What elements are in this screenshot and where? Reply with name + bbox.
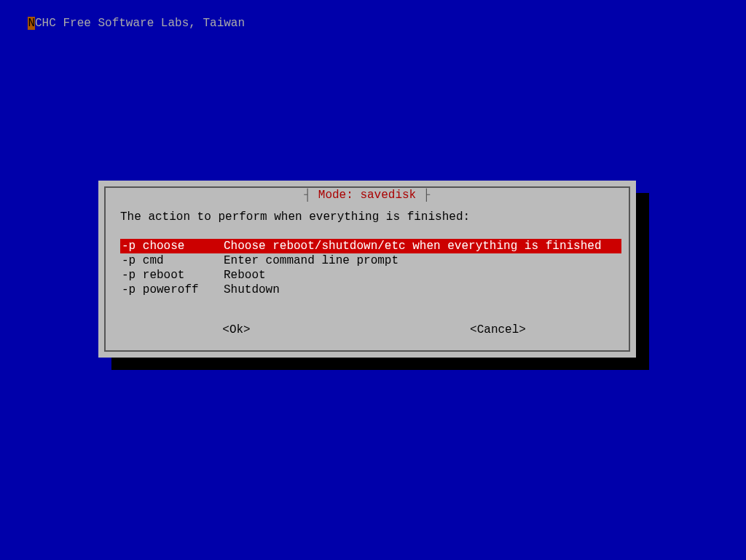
menu-item-desc: Shutdown xyxy=(224,283,621,297)
dialog-border: ┤ Mode: savedisk ├ The action to perform… xyxy=(104,186,630,352)
menu-item-desc: Enter command line prompt xyxy=(224,253,621,268)
title-frame-left: ┤ xyxy=(305,188,318,202)
dialog-title-wrap: ┤ Mode: savedisk ├ xyxy=(302,188,433,202)
header-rest: CHC Free Software Labs, Taiwan xyxy=(35,17,245,30)
action-menu: -p chooseChoose reboot/shutdown/etc when… xyxy=(120,239,621,297)
dialog-prompt: The action to perform when everything is… xyxy=(120,210,470,224)
terminal-screen: NCHC Free Software Labs, Taiwan ┤ Mode: … xyxy=(0,0,746,560)
menu-item-poweroff[interactable]: -p poweroffShutdown xyxy=(120,283,621,297)
menu-item-opt: -p cmd xyxy=(120,253,224,268)
header-first-char: N xyxy=(28,17,35,30)
menu-item-opt: -p choose xyxy=(120,239,224,253)
ok-button[interactable]: <Ok> xyxy=(106,323,367,337)
menu-item-opt: -p reboot xyxy=(120,268,224,283)
menu-item-choose[interactable]: -p chooseChoose reboot/shutdown/etc when… xyxy=(120,239,621,253)
dialog-title: Mode: savedisk xyxy=(318,188,416,202)
title-frame-right: ├ xyxy=(416,188,430,202)
menu-item-cmd[interactable]: -p cmdEnter command line prompt xyxy=(120,253,621,268)
menu-item-desc: Reboot xyxy=(224,268,621,283)
header-line: NCHC Free Software Labs, Taiwan xyxy=(0,1,245,45)
menu-item-desc: Choose reboot/shutdown/etc when everythi… xyxy=(224,239,621,253)
menu-item-reboot[interactable]: -p rebootReboot xyxy=(120,268,621,283)
mode-dialog: ┤ Mode: savedisk ├ The action to perform… xyxy=(98,181,636,358)
dialog-buttons: <Ok> <Cancel> xyxy=(106,323,629,337)
menu-item-opt: -p poweroff xyxy=(120,283,224,297)
cancel-button[interactable]: <Cancel> xyxy=(367,323,629,337)
